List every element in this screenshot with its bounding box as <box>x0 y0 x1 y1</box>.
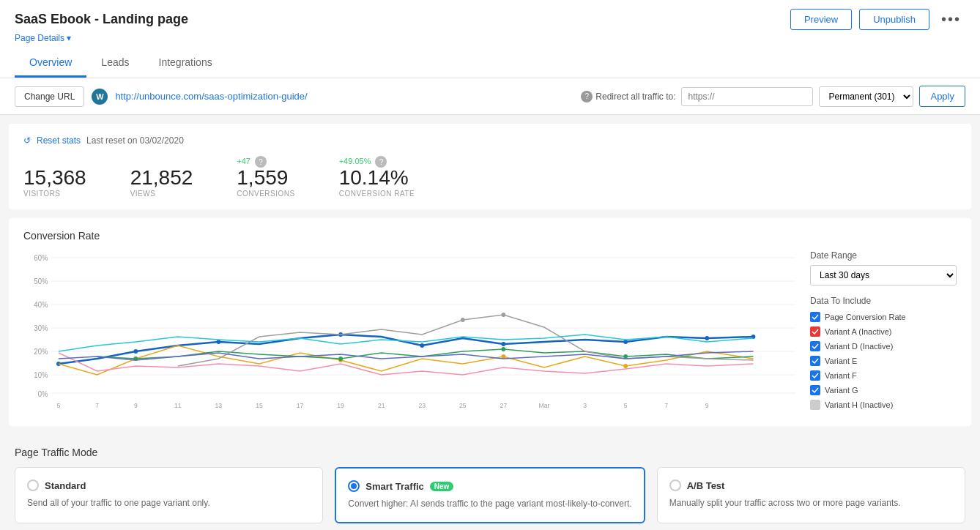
header-top: SaaS Ebook - Landing page Preview Unpubl… <box>15 9 965 30</box>
traffic-mode-title: Page Traffic Mode <box>15 447 965 458</box>
svg-point-35 <box>420 343 424 348</box>
svg-text:19: 19 <box>337 402 344 409</box>
traffic-option-smart[interactable]: Smart Traffic New Convert higher: AI sen… <box>335 467 645 523</box>
radio-smart[interactable] <box>348 480 360 492</box>
legend-checkbox-page-conversion[interactable] <box>810 312 820 322</box>
tab-leads[interactable]: Leads <box>86 49 144 78</box>
stat-conversions: +47 ? 1,559 CONVERSIONS <box>237 156 294 198</box>
svg-point-48 <box>461 318 465 322</box>
traffic-option-standard-name: Standard <box>45 480 86 491</box>
stat-conversion-rate: +49.05% ? 10.14% CONVERSION RATE <box>339 156 415 198</box>
svg-text:5: 5 <box>624 402 628 409</box>
date-range-label: Date Range <box>810 250 957 261</box>
legend-item-variant-a: Variant A (Inactive) <box>810 326 957 337</box>
conversions-label: CONVERSIONS <box>237 190 294 198</box>
redirect-type-select[interactable]: Permanent (301) Temporary (302) <box>819 86 913 107</box>
more-options-button[interactable]: ••• <box>937 10 965 29</box>
svg-text:60%: 60% <box>34 254 48 262</box>
legend-checkbox-variant-h[interactable] <box>810 400 820 410</box>
legend-item-variant-g: Variant G <box>810 385 957 395</box>
conversion-rate-value: 10.14% <box>339 168 415 188</box>
redirect-section: ? Redirect all traffic to: Permanent (30… <box>581 86 965 107</box>
radio-ab[interactable] <box>669 479 681 491</box>
svg-text:13: 13 <box>215 402 223 409</box>
traffic-option-ab-header: A/B Test <box>669 479 953 491</box>
svg-text:9: 9 <box>705 402 709 409</box>
svg-point-49 <box>502 313 506 317</box>
svg-text:25: 25 <box>459 402 467 409</box>
wordpress-icon: W <box>92 89 108 105</box>
radio-standard[interactable] <box>27 479 39 491</box>
help-icon[interactable]: ? <box>581 91 593 102</box>
svg-text:3: 3 <box>583 402 587 409</box>
tab-overview[interactable]: Overview <box>15 49 86 78</box>
svg-text:17: 17 <box>297 402 304 409</box>
svg-text:10%: 10% <box>34 371 48 379</box>
traffic-option-standard-desc: Send all of your traffic to one page var… <box>27 497 311 510</box>
reset-stats[interactable]: ↺ Reset stats Last reset on 03/02/2020 <box>23 135 957 146</box>
change-url-button[interactable]: Change URL <box>15 86 84 107</box>
chevron-down-icon: ▾ <box>67 33 71 43</box>
redirect-input[interactable] <box>681 87 813 106</box>
stat-views: 21,852 VIEWS <box>130 168 193 198</box>
legend-checkbox-variant-a[interactable] <box>810 326 820 337</box>
stats-section: ↺ Reset stats Last reset on 03/02/2020 1… <box>9 124 971 209</box>
svg-text:Mar: Mar <box>539 402 550 409</box>
date-range-select[interactable]: Last 30 days Last 7 days Last 90 days <box>810 265 957 285</box>
redirect-label: ? Redirect all traffic to: <box>581 91 675 102</box>
chart-sidebar: Date Range Last 30 days Last 7 days Last… <box>810 250 957 414</box>
page-url[interactable]: http://unbounce.com/saas-optimization-gu… <box>115 91 307 102</box>
new-badge: New <box>430 482 454 491</box>
svg-point-45 <box>338 357 343 361</box>
svg-text:9: 9 <box>134 402 138 409</box>
traffic-option-ab-name: A/B Test <box>687 480 725 491</box>
page-title: SaaS Ebook - Landing page <box>15 12 188 27</box>
views-label: VIEWS <box>130 190 193 198</box>
header-actions: Preview Unpublish ••• <box>790 9 965 30</box>
svg-point-38 <box>705 336 709 340</box>
legend-item-variant-d: Variant D (Inactive) <box>810 341 957 351</box>
traffic-option-ab-desc: Manually split your traffic across two o… <box>669 497 953 510</box>
traffic-option-smart-header: Smart Traffic New <box>348 480 631 492</box>
apply-button[interactable]: Apply <box>919 86 965 107</box>
visitors-value: 15,368 <box>23 168 86 188</box>
chart-section: Conversion Rate 60% 50% 40% 30% 20% 10% <box>9 218 971 426</box>
legend-item-variant-e: Variant E <box>810 356 957 366</box>
traffic-options: Standard Send all of your traffic to one… <box>15 467 965 523</box>
traffic-option-smart-name: Smart Traffic <box>365 481 423 492</box>
visitors-label: VISITORS <box>23 190 86 198</box>
svg-text:7: 7 <box>95 402 99 409</box>
traffic-option-ab[interactable]: A/B Test Manually split your traffic acr… <box>657 467 965 523</box>
svg-text:11: 11 <box>174 402 182 409</box>
preview-button[interactable]: Preview <box>790 9 852 30</box>
svg-text:7: 7 <box>664 402 668 409</box>
header: SaaS Ebook - Landing page Preview Unpubl… <box>0 0 980 78</box>
svg-point-43 <box>623 364 628 368</box>
stats-row: 15,368 VISITORS 21,852 VIEWS +47 ? 1,559… <box>23 156 957 198</box>
svg-point-37 <box>623 340 628 344</box>
chart-title: Conversion Rate <box>23 230 957 242</box>
data-include-label: Data To Include <box>810 296 957 306</box>
unpublish-button[interactable]: Unpublish <box>859 9 929 30</box>
legend-checkbox-variant-d[interactable] <box>810 341 820 351</box>
conversion-rate-label: CONVERSION RATE <box>339 190 415 198</box>
tab-integrations[interactable]: Integrations <box>144 49 227 78</box>
traffic-option-standard[interactable]: Standard Send all of your traffic to one… <box>15 467 323 523</box>
chart-area: 60% 50% 40% 30% 20% 10% 0% 5 7 9 11 13 1… <box>23 250 795 411</box>
svg-text:40%: 40% <box>34 301 48 309</box>
chart-wrapper: 60% 50% 40% 30% 20% 10% 0% 5 7 9 11 13 1… <box>23 250 957 414</box>
legend-item-variant-h: Variant H (Inactive) <box>810 400 957 410</box>
legend-checkbox-variant-e[interactable] <box>810 356 820 366</box>
svg-point-33 <box>217 340 221 344</box>
chart-svg: 60% 50% 40% 30% 20% 10% 0% 5 7 9 11 13 1… <box>23 250 795 411</box>
svg-text:0%: 0% <box>38 390 48 398</box>
svg-text:27: 27 <box>500 402 508 409</box>
legend-checkbox-variant-f[interactable] <box>810 370 820 381</box>
legend-item-page-conversion: Page Conversion Rate <box>810 312 957 322</box>
traffic-option-standard-header: Standard <box>27 479 311 491</box>
svg-point-32 <box>133 349 138 354</box>
conversion-rate-badge: +49.05% <box>339 157 371 165</box>
svg-point-36 <box>502 342 506 346</box>
page-details-link[interactable]: Page Details ▾ <box>15 33 965 43</box>
legend-checkbox-variant-g[interactable] <box>810 385 820 395</box>
